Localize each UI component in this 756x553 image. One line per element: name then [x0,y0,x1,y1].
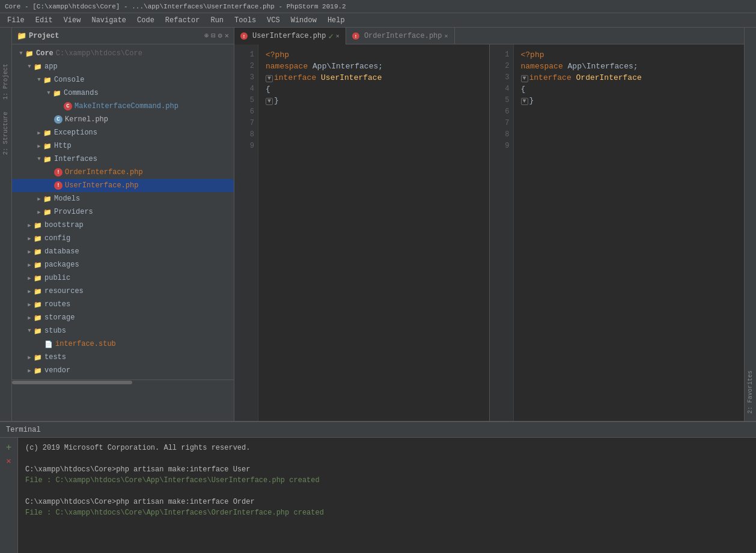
code-content-right[interactable]: <?php namespace App\Interfaces; ▼interfa… [514,44,745,421]
folder-icon-providers: 📁 [43,208,52,216]
ln-1-right: 1 [490,49,510,61]
tree-item-userinterface[interactable]: ▶ ! UserInterface.php [12,179,234,192]
tree-label-stubs: stubs [44,327,66,335]
tab-orderinterface[interactable]: ! OrderInterface.php ✕ [346,28,455,44]
terminal-close-button[interactable]: ✕ [6,456,11,466]
action-gear[interactable]: ⚙ [218,31,222,40]
tree-label-providers: Providers [54,208,93,216]
folder-icon-config: 📁 [34,235,42,243]
tree-item-app[interactable]: ▼ 📁 app [12,60,234,73]
tab-userinterface[interactable]: ! UserInterface.php ✓ ✕ [234,28,346,44]
tree-item-bootstrap[interactable]: ▶ 📁 bootstrap [12,219,234,232]
menu-file[interactable]: File [2,15,29,26]
code-line-3-right: namespace App\Interfaces; [521,61,737,72]
arrow-commands: ▼ [44,90,53,96]
menu-navigate[interactable]: Navigate [87,15,131,26]
arrow-bootstrap: ▶ [25,222,34,229]
ln-2-left: 2 [234,61,254,72]
tree-item-orderinterface[interactable]: ▶ ! OrderInterface.php [12,166,234,179]
tree-item-exceptions[interactable]: ▶ 📁 Exceptions [12,126,234,139]
title-bar: Core - [C:\xampp\htdocs\Core] - ...\app\… [0,0,756,13]
menu-tools[interactable]: Tools [230,15,261,26]
tree-label-public: public [44,274,70,282]
arrow-vendor: ▶ [25,367,34,374]
close-tab-orderinterface[interactable]: ✕ [445,32,448,40]
tree-item-providers[interactable]: ▶ 📁 Providers [12,205,234,219]
tree-item-vendor[interactable]: ▶ 📁 vendor [12,364,234,377]
tree-label-interfaces: Interfaces [54,155,97,163]
menu-edit[interactable]: Edit [31,15,58,26]
tree-item-routes[interactable]: ▶ 📁 routes [12,298,234,311]
title-text: Core - [C:\xampp\htdocs\Core] - ...\app\… [5,3,346,10]
tree-item-models[interactable]: ▶ 📁 Models [12,192,234,205]
tree-label-makeinterfacecommand: MakeInterfaceCommand.php [75,102,178,110]
tree-label-core: Core [36,49,53,58]
terminal-add-button[interactable]: + [6,443,12,453]
terminal-text-4: File : C:\xampp\htdocs\Core\App\Interfac… [25,476,320,485]
tree-item-commands[interactable]: ▼ 📁 Commands [12,86,234,100]
favorites-label[interactable]: 2: Favorites [747,368,754,416]
tree-item-storage[interactable]: ▶ 📁 storage [12,311,234,324]
menu-view[interactable]: View [59,15,86,26]
folder-icon-interfaces: 📁 [43,156,52,163]
tree-item-kernel[interactable]: ▶ C Kernel.php [12,113,234,126]
arrow-models: ▶ [35,196,43,202]
menu-refactor[interactable]: Refactor [160,15,205,26]
folder-icon-database: 📁 [34,248,42,256]
folder-icon-vendor: 📁 [34,367,42,375]
code-line-8-right: ▼} [521,95,737,106]
folder-icon-tests: 📁 [34,354,42,361]
folder-icon-resources: 📁 [34,288,42,295]
tab-error-badge-user: ! [240,32,248,40]
menu-run[interactable]: Run [206,15,228,26]
tab-label-orderinterface: OrderInterface.php [364,32,442,40]
tree-label-packages: packages [44,261,79,269]
fold-8-left[interactable]: ▼ [266,98,273,105]
sidebar-scrollbar[interactable] [12,379,234,384]
arrow-http: ▶ [35,143,43,150]
project-icon: 📁 [17,31,26,41]
fold-5-left[interactable]: ▼ [266,75,273,82]
tab-label-userinterface: UserInterface.php [252,32,326,40]
tree-label-vendor: vendor [44,366,70,375]
error-badge-orderinterface: ! [54,168,62,177]
close-tab-userinterface[interactable]: ✕ [336,32,340,40]
tree-label-commands: Commands [64,89,99,97]
action-add[interactable]: ⊕ [204,31,209,40]
tree-item-config[interactable]: ▶ 📁 config [12,232,234,245]
tree-item-public[interactable]: ▶ 📁 public [12,271,234,285]
project-strip-label[interactable]: 1: Project [2,64,9,100]
ln-9-left: 9 [234,141,254,152]
tree-item-interfaces[interactable]: ▼ 📁 Interfaces [12,153,234,166]
fold-8-right[interactable]: ▼ [521,98,528,105]
menu-code[interactable]: Code [132,15,159,26]
tree-item-core[interactable]: ▼ 📁 Core C:\xampp\htdocs\Core [12,47,234,60]
tree-item-resources[interactable]: ▶ 📁 resources [12,285,234,298]
arrow-exceptions: ▶ [35,130,43,136]
terminal-area: Terminal + ✕ (c) 2019 Microsoft Corporat… [0,421,756,553]
fold-5-right[interactable]: ▼ [521,75,528,82]
structure-strip-label[interactable]: 2: Structure [2,112,9,155]
action-collapse[interactable]: ⊟ [211,31,215,40]
menu-help[interactable]: Help [323,15,350,26]
tree-item-http[interactable]: ▶ 📁 Http [12,139,234,153]
menu-window[interactable]: Window [286,15,322,26]
tree-item-stubs[interactable]: ▼ 📁 stubs [12,324,234,337]
action-close[interactable]: ✕ [225,31,229,40]
checkmark-userinterface: ✓ [328,31,333,41]
terminal-text-6: C:\xampp\htdocs\Core>php artisan make:in… [25,498,255,506]
folder-icon-stubs: 📁 [34,327,42,335]
project-label: Project [29,32,59,40]
tree-item-packages[interactable]: ▶ 📁 packages [12,258,234,271]
terminal-content[interactable]: (c) 2019 Microsoft Corporation. All righ… [18,438,756,553]
menu-vcs[interactable]: VCS [262,15,285,26]
ln-1-left: 1 [234,49,254,61]
tree-item-tests[interactable]: ▶ 📁 tests [12,351,234,364]
code-content-left[interactable]: <?php namespace App\Interfaces; ▼interfa… [258,44,489,421]
tree-item-database[interactable]: ▶ 📁 database [12,245,234,258]
code-line-3-left: namespace App\Interfaces; [266,61,482,72]
ln-8-right: 8 [490,129,510,141]
tree-item-console[interactable]: ▼ 📁 Console [12,73,234,86]
tree-item-makeinterfacecommand[interactable]: ▶ C MakeInterfaceCommand.php [12,100,234,113]
tree-item-interfacestub[interactable]: ▶ 📄 interface.stub [12,337,234,351]
